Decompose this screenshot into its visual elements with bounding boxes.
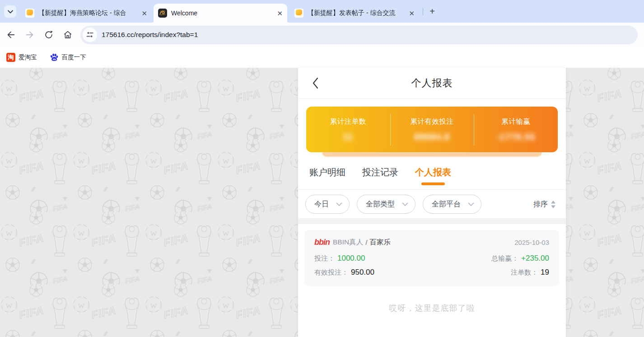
report-app-panel: 个人报表 累计注单数 11 累计有效投注 88884.8 累计输赢 -1778.… <box>298 68 566 337</box>
forward-arrow-icon <box>25 30 35 40</box>
filter-label: 全部平台 <box>432 200 461 209</box>
new-tab-button[interactable]: + <box>427 6 438 17</box>
close-icon[interactable]: ✕ <box>141 10 147 17</box>
browser-toolbar: 175616.cc/reports/index?tab=1 <box>0 23 644 47</box>
type-filter-dropdown[interactable]: 全部类型 <box>357 195 415 214</box>
stat-valid-bets: 累计有效投注 88884.8 <box>390 107 474 152</box>
bookmark-label: 百度一下 <box>62 53 86 61</box>
reload-button[interactable] <box>43 29 54 40</box>
home-icon <box>63 30 73 40</box>
tab-search-button[interactable] <box>4 5 16 18</box>
stat-value-masked: 11 <box>343 132 353 142</box>
tune-icon <box>86 31 94 39</box>
chevron-left-icon <box>312 77 319 89</box>
chevron-down-icon <box>336 202 342 206</box>
section-divider-band <box>298 218 566 224</box>
filter-label: 全部类型 <box>366 200 395 209</box>
back-arrow-icon <box>6 30 16 40</box>
report-tabs: 账户明细 投注记录 个人报表 <box>298 157 566 190</box>
stat-divider <box>474 114 474 145</box>
svg-text:du: du <box>52 58 56 61</box>
tab-bet-records[interactable]: 投注记录 <box>362 166 398 189</box>
tab-title: Welcome <box>171 9 273 17</box>
stat-value-masked: -1778.55 <box>496 132 536 142</box>
win-label: 总输赢： <box>491 254 518 263</box>
record-separator: / <box>365 239 367 247</box>
report-record-card[interactable]: bbin BBIN真人 / 百家乐 2025-10-03 投注： 1000.00… <box>304 230 559 286</box>
stats-card: 累计注单数 11 累计有效投注 88884.8 累计输赢 -1778.55 <box>306 107 558 152</box>
taobao-icon: 淘 <box>6 53 15 62</box>
url-text[interactable]: 175616.cc/reports/index?tab=1 <box>102 31 198 39</box>
back-button[interactable] <box>5 29 16 40</box>
record-header: bbin BBIN真人 / 百家乐 2025-10-03 <box>314 238 549 247</box>
stat-divider <box>390 114 391 145</box>
sort-button[interactable]: 排序 <box>533 200 558 209</box>
record-date: 2025-10-03 <box>514 239 549 246</box>
tab-separator <box>423 8 423 15</box>
record-row-2: 有效投注： 950.00 注单数： 19 <box>314 268 549 277</box>
bet-value: 1000.00 <box>337 254 365 263</box>
browser-tab-active[interactable]: Welcome ✕ <box>154 4 287 23</box>
tab-label: 账户明细 <box>309 166 345 178</box>
page-title: 个人报表 <box>411 76 453 90</box>
page-viewport: FIFA FIFA 个人报表 <box>0 68 644 337</box>
stat-label: 累计注单数 <box>330 117 366 126</box>
stat-value-masked: 88884.8 <box>414 132 450 142</box>
yellow-message-icon <box>25 9 34 18</box>
forward-button[interactable] <box>24 29 35 40</box>
bet-label: 投注： <box>314 254 335 263</box>
tab-label: 投注记录 <box>362 166 398 178</box>
home-button[interactable] <box>62 29 73 40</box>
bottom-reached-text: 哎呀，这里是底部了啦 <box>298 303 566 314</box>
tab-title: 【新提醒】海燕策略论坛 - 综合 <box>38 9 138 17</box>
gold-emblem-glyph <box>158 9 167 18</box>
site-settings-button[interactable] <box>83 28 97 42</box>
browser-tab-3[interactable]: 【新提醒】发表帖子 - 综合交流 ✕ <box>290 4 419 23</box>
bookmark-baidu[interactable]: du 百度一下 <box>50 53 86 62</box>
yellow-message-icon <box>294 9 303 18</box>
address-bar[interactable]: 175616.cc/reports/index?tab=1 <box>80 26 638 44</box>
chevron-down-icon <box>468 202 474 206</box>
browser-tab-1[interactable]: 【新提醒】海燕策略论坛 - 综合 ✕ <box>21 4 152 23</box>
stat-total-orders: 累计注单数 11 <box>306 107 390 152</box>
sort-label: 排序 <box>533 200 548 209</box>
filter-bar: 今日 全部类型 全部平台 排序 <box>298 190 566 218</box>
tab-account-detail[interactable]: 账户明细 <box>309 166 345 189</box>
chevron-down-icon <box>8 10 13 14</box>
report-header: 个人报表 <box>298 68 566 99</box>
record-game: 百家乐 <box>370 238 391 247</box>
stat-win-loss: 累计输赢 -1778.55 <box>474 107 558 152</box>
valid-bet-value: 950.00 <box>351 268 374 277</box>
close-icon[interactable]: ✕ <box>277 10 283 17</box>
bookmark-label: 爱淘宝 <box>19 53 37 61</box>
win-value: +235.00 <box>521 254 549 263</box>
browser-tab-strip: 【新提醒】海燕策略论坛 - 综合 ✕ Welcome ✕ 【新提醒】发表帖子 -… <box>0 0 644 23</box>
reload-icon <box>44 30 54 40</box>
baidu-paw-icon: du <box>50 53 59 62</box>
platform-filter-dropdown[interactable]: 全部平台 <box>423 195 481 214</box>
tab-label: 个人报表 <box>415 166 451 178</box>
order-count-value: 19 <box>541 268 549 277</box>
chevron-down-icon <box>402 202 408 206</box>
date-filter-dropdown[interactable]: 今日 <box>305 195 350 214</box>
spacer <box>298 224 566 230</box>
bookmarks-bar: 淘 爱淘宝 du 百度一下 <box>0 47 644 68</box>
gold-emblem-icon <box>158 9 167 18</box>
bookmark-taobao[interactable]: 淘 爱淘宝 <box>6 53 37 62</box>
bbin-logo: bbin <box>314 238 330 247</box>
stat-label: 累计输赢 <box>501 117 530 126</box>
valid-bet-label: 有效投注： <box>314 268 348 277</box>
sort-arrows-icon <box>551 201 556 208</box>
stats-section: 累计注单数 11 累计有效投注 88884.8 累计输赢 -1778.55 <box>298 99 566 157</box>
close-icon[interactable]: ✕ <box>409 10 415 17</box>
active-tab-underline <box>421 183 445 185</box>
tab-personal-report[interactable]: 个人报表 <box>415 166 451 189</box>
record-row-1: 投注： 1000.00 总输赢： +235.00 <box>314 254 549 263</box>
record-provider: BBIN真人 <box>333 238 363 247</box>
tab-title: 【新提醒】发表帖子 - 综合交流 <box>308 9 405 17</box>
order-count-label: 注单数： <box>511 268 538 277</box>
filter-label: 今日 <box>314 200 329 209</box>
stats-card-shadow <box>322 152 542 157</box>
back-chevron-button[interactable] <box>312 77 319 91</box>
stat-label: 累计有效投注 <box>411 117 454 126</box>
